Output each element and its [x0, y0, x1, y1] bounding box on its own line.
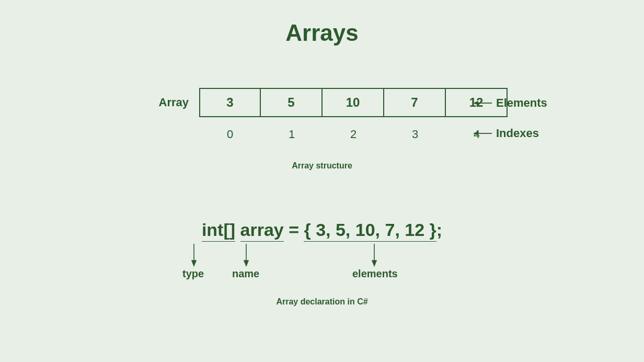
- array-cell: 5: [261, 88, 323, 117]
- index-cell: 2: [323, 128, 384, 141]
- svg-marker-3: [473, 131, 478, 135]
- elements-label: Elements: [496, 96, 547, 110]
- structure-caption: Array structure: [0, 161, 644, 171]
- decl-name: array: [240, 220, 284, 242]
- array-cell: 7: [384, 88, 446, 117]
- array-cells: 3 5 10 7 12: [199, 88, 508, 117]
- declaration-code: int[] array = { 3, 5, 10, 7, 12 };: [202, 220, 442, 242]
- decl-equals: =: [284, 220, 304, 240]
- arrow-left-icon: [473, 99, 492, 107]
- indexes-pointer: Indexes: [473, 127, 539, 140]
- index-cells: 0 1 2 3 4: [199, 128, 508, 141]
- svg-marker-1: [473, 101, 478, 105]
- array-structure-diagram: Array 3 5 10 7 12 Elements 0 1 2 3 4: [0, 88, 644, 171]
- arrow-left-icon: [473, 130, 492, 137]
- anno-name: name: [232, 268, 259, 280]
- array-cell: 10: [323, 88, 384, 117]
- decl-terminator: ;: [436, 220, 442, 240]
- anno-elements: elements: [352, 268, 398, 280]
- page-title: Arrays: [0, 20, 644, 46]
- declaration-caption: Array declaration in C#: [0, 297, 644, 307]
- annotation-arrows: [165, 242, 479, 268]
- elements-pointer: Elements: [473, 96, 547, 110]
- svg-marker-5: [192, 261, 196, 266]
- array-declaration-diagram: int[] array = { 3, 5, 10, 7, 12 }; type …: [0, 220, 644, 307]
- array-label: Array: [136, 96, 189, 109]
- decl-type: int[]: [202, 220, 235, 242]
- svg-marker-9: [372, 261, 376, 266]
- index-cell: 1: [261, 128, 323, 141]
- array-cell: 3: [199, 88, 261, 117]
- indexes-label: Indexes: [496, 127, 539, 140]
- decl-elements: { 3, 5, 10, 7, 12 }: [304, 220, 436, 242]
- index-cell: 3: [384, 128, 446, 141]
- index-cell: 0: [199, 128, 261, 141]
- anno-type: type: [182, 268, 204, 280]
- svg-marker-7: [244, 261, 248, 266]
